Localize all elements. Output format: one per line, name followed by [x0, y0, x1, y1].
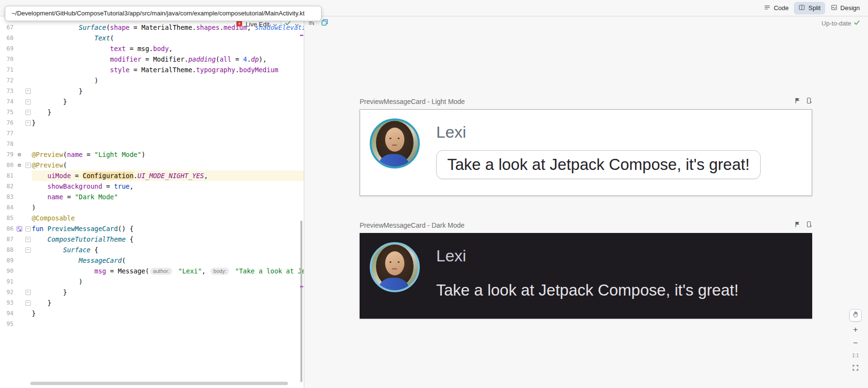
- preview-card-dark[interactable]: Lexi Take a look at Jetpack Compose, it'…: [360, 233, 812, 319]
- code-text: showBackground = true,: [32, 181, 304, 192]
- editor-horizontal-scrollbar[interactable]: [30, 382, 288, 385]
- code-line-77[interactable]: 77: [0, 128, 304, 139]
- code-line-82[interactable]: 82 showBackground = true,: [0, 181, 304, 192]
- run-preview-on-device-icon[interactable]: [806, 97, 812, 106]
- fold-spacer: [24, 308, 32, 319]
- fold-marker[interactable]: [24, 107, 32, 117]
- line-number: 92: [4, 287, 13, 297]
- gutter-spacer: [14, 297, 24, 308]
- widget-separator: [281, 21, 281, 28]
- code-line-78[interactable]: 78: [0, 139, 304, 149]
- preview-card-light[interactable]: Lexi Take a look at Jetpack Compose, it'…: [360, 109, 812, 196]
- code-line-74[interactable]: 74 }: [0, 96, 304, 107]
- code-lines: 67 Surface(shape = MaterialTheme.shapes.…: [0, 22, 304, 329]
- fold-marker[interactable]: [24, 117, 32, 128]
- code-text: text = msg.body,: [32, 43, 304, 54]
- line-number: 72: [4, 75, 13, 86]
- code-line-94[interactable]: 94}: [0, 308, 304, 319]
- code-line-84[interactable]: 84): [0, 202, 304, 213]
- interactive-mode-icon[interactable]: [794, 97, 801, 106]
- code-line-68[interactable]: 68 Text(: [0, 33, 304, 43]
- fold-spacer: [24, 319, 32, 329]
- fold-marker[interactable]: [24, 160, 32, 170]
- editor-vertical-scrollbar[interactable]: [300, 220, 302, 382]
- fold-spacer: [24, 276, 32, 287]
- line-number: 81: [4, 170, 13, 181]
- author-name: Lexi: [436, 122, 466, 142]
- code-text: }: [32, 86, 304, 96]
- code-view-button[interactable]: Code: [759, 2, 793, 14]
- fold-marker[interactable]: [24, 96, 32, 107]
- file-path-breadcrumb[interactable]: ~/Development/GitHub/ComposeTutorial3/ap…: [5, 6, 322, 21]
- code-text: fun PreviewMessageCard() {: [32, 223, 304, 234]
- pan-tool-button[interactable]: [849, 309, 862, 322]
- gutter-spacer: [14, 192, 24, 202]
- code-line-91[interactable]: 91 ): [0, 276, 304, 287]
- line-number: 79: [4, 149, 13, 160]
- code-text: ComposeTutorialTheme {: [32, 234, 304, 245]
- avatar-face: [385, 251, 404, 275]
- code-line-81[interactable]: 81 uiMode = Configuration.UI_MODE_NIGHT_…: [0, 170, 304, 181]
- zoom-out-button[interactable]: −: [853, 338, 858, 349]
- code-line-71[interactable]: 71 style = MaterialTheme.typography.body…: [0, 65, 304, 75]
- zoom-in-button[interactable]: +: [853, 324, 858, 335]
- code-line-86[interactable]: 86fun PreviewMessageCard() {: [0, 223, 304, 234]
- code-line-85[interactable]: 85@Composable: [0, 213, 304, 223]
- code-line-95[interactable]: 95: [0, 319, 304, 329]
- code-line-79[interactable]: 79⚙@Preview(name = "Light Mode"): [0, 149, 304, 160]
- live-edit-label[interactable]: Live Edit: [246, 21, 270, 28]
- code-line-89[interactable]: 89 MessageCard(: [0, 255, 304, 266]
- zoom-actual-size-button[interactable]: 1:1: [852, 351, 859, 360]
- line-number: 91: [4, 276, 13, 287]
- code-line-70[interactable]: 70 modifier = Modifier.padding(all = 4.d…: [0, 54, 304, 65]
- line-number: 86: [4, 223, 13, 234]
- code-view-label: Code: [774, 4, 789, 12]
- zoom-to-fit-button[interactable]: [852, 363, 859, 373]
- line-number: 67: [4, 22, 13, 33]
- code-line-92[interactable]: 92 }: [0, 287, 304, 297]
- code-line-69[interactable]: 69 text = msg.body,: [0, 43, 304, 54]
- code-line-72[interactable]: 72 ): [0, 75, 304, 86]
- preview-settings-gear-icon[interactable]: ⚙: [14, 149, 24, 160]
- interactive-mode-icon[interactable]: [794, 221, 801, 230]
- code-line-83[interactable]: 83 name = "Dark Mode": [0, 192, 304, 202]
- fold-spacer: [24, 139, 32, 149]
- code-line-73[interactable]: 73 }: [0, 86, 304, 96]
- code-line-93[interactable]: 93 }: [0, 297, 304, 308]
- code-line-75[interactable]: 75 }: [0, 107, 304, 117]
- design-view-button[interactable]: Design: [826, 2, 864, 14]
- code-line-87[interactable]: 87 ComposeTutorialTheme {: [0, 234, 304, 245]
- editor-pane[interactable]: 67 Surface(shape = MaterialTheme.shapes.…: [0, 16, 304, 388]
- pane-divider[interactable]: [304, 16, 304, 388]
- message-text: Take a look at Jetpack Compose, it's gre…: [436, 281, 738, 300]
- code-text: @Preview(: [32, 160, 304, 170]
- gutter-spacer: [14, 65, 24, 75]
- message-column: Lexi Take a look at Jetpack Compose, it'…: [436, 242, 738, 300]
- code-text: style = MaterialTheme.typography.bodyMed…: [32, 65, 304, 75]
- code-line-88[interactable]: 88 Surface {: [0, 245, 304, 255]
- gutter-spacer: [14, 170, 24, 181]
- fold-marker[interactable]: [24, 234, 32, 245]
- split-view-button[interactable]: Split: [794, 2, 825, 14]
- code-line-76[interactable]: 76}: [0, 117, 304, 128]
- fold-marker[interactable]: [24, 86, 32, 96]
- layout-validation-icon[interactable]: [321, 18, 329, 28]
- run-preview-on-device-icon[interactable]: [806, 221, 812, 230]
- fold-spacer: [24, 65, 32, 75]
- code-text: [32, 319, 304, 329]
- code-text: @Preview(name = "Light Mode"): [32, 149, 304, 160]
- fold-marker[interactable]: [24, 297, 32, 308]
- compose-preview-gutter-icon[interactable]: [14, 223, 24, 234]
- gutter-spacer: [14, 308, 24, 319]
- fold-marker[interactable]: [24, 223, 32, 234]
- author-name: Lexi: [436, 246, 466, 265]
- line-number: 75: [4, 107, 13, 117]
- code-line-80[interactable]: 80⚙@Preview(: [0, 160, 304, 170]
- preview-settings-gear-icon[interactable]: ⚙: [14, 160, 24, 170]
- code-line-90[interactable]: 90 msg = Message(author: "Lexi", body: "…: [0, 266, 304, 276]
- fold-marker[interactable]: [24, 287, 32, 297]
- line-number: 76: [4, 117, 13, 128]
- line-number: 95: [4, 319, 13, 329]
- fold-marker[interactable]: [24, 245, 32, 255]
- fold-spacer: [24, 149, 32, 160]
